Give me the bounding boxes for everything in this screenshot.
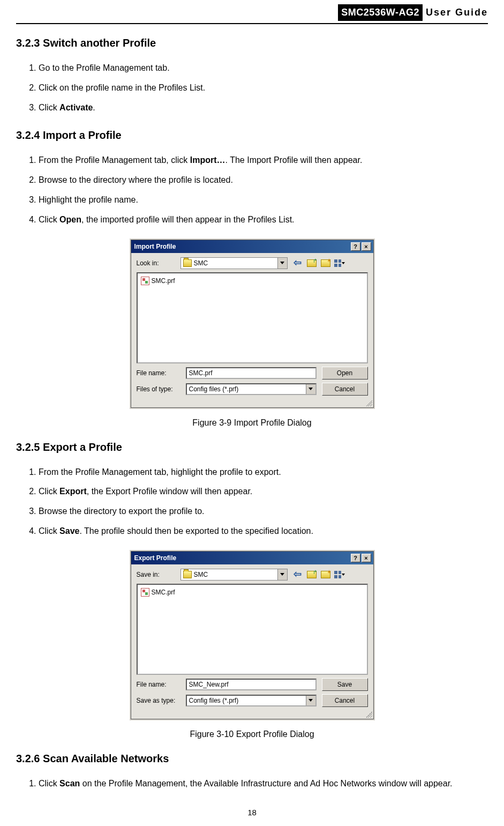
up-one-level-button[interactable] — [306, 569, 318, 581]
heading-3-2-6: 3.2.6 Scan Available Networks — [16, 750, 488, 767]
step-bold: Import… — [190, 155, 225, 165]
resize-grip[interactable] — [131, 400, 373, 407]
look-in-label: Look in: — [137, 258, 176, 268]
chevron-down-icon[interactable] — [277, 569, 287, 580]
close-button[interactable]: × — [362, 554, 371, 562]
files-of-type-select[interactable]: Config files (*.prf) — [186, 383, 317, 395]
steps-3-2-6: Click Scan on the Profile Management, th… — [39, 774, 488, 794]
help-button[interactable]: ? — [351, 242, 360, 251]
file-item-label: SMC.prf — [152, 587, 175, 597]
step-item: Browse the directory to export the profi… — [39, 502, 488, 522]
step-item: Browse to the directory where the profil… — [39, 170, 488, 190]
steps-3-2-5: From the Profile Management tab, highlig… — [39, 463, 488, 541]
step-bold: Export — [59, 487, 87, 496]
new-folder-icon — [321, 571, 330, 578]
new-folder-icon — [321, 259, 330, 267]
help-button[interactable]: ? — [351, 554, 360, 562]
figure-3-10: Export Profile ? × Save in: SMC ⇦ — [16, 551, 488, 721]
dialog-titlebar[interactable]: Import Profile ? × — [131, 240, 373, 253]
step-text: on the Profile Management, the Available… — [80, 779, 452, 788]
save-as-type-select[interactable]: Config files (*.prf) — [186, 695, 317, 706]
step-bold: Activate — [59, 103, 93, 112]
resize-grip[interactable] — [131, 711, 373, 719]
cancel-button[interactable]: Cancel — [322, 383, 368, 396]
save-in-select[interactable]: SMC — [180, 569, 288, 581]
dialog-titlebar[interactable]: Export Profile ? × — [131, 552, 373, 564]
file-item[interactable]: SMC.prf — [140, 587, 365, 598]
export-profile-dialog: Export Profile ? × Save in: SMC ⇦ — [131, 551, 374, 719]
folder-icon — [183, 259, 192, 267]
step-item: Highlight the profile name. — [39, 190, 488, 210]
back-button[interactable]: ⇦ — [292, 569, 304, 581]
profile-file-icon — [141, 588, 149, 597]
dialog-title-text: Import Profile — [134, 242, 176, 251]
file-item-label: SMC.prf — [152, 276, 175, 286]
step-text: Click — [39, 526, 59, 535]
chevron-down-icon[interactable] — [306, 384, 315, 394]
view-menu-button[interactable] — [334, 257, 345, 269]
save-button[interactable]: Save — [322, 678, 368, 691]
new-folder-button[interactable] — [320, 257, 332, 269]
step-text: , the imported profile will then appear … — [81, 215, 295, 224]
cancel-button[interactable]: Cancel — [322, 694, 368, 707]
product-model: SMC2536W-AG2 — [338, 4, 423, 21]
close-button[interactable]: × — [362, 242, 371, 251]
page-header: SMC2536W-AG2 User Guide — [16, 0, 488, 21]
files-of-type-label: Files of type: — [137, 384, 180, 394]
step-item: Click on the profile name in the Profile… — [39, 78, 488, 98]
files-of-type-value: Config files (*.prf) — [189, 384, 239, 394]
heading-3-2-3: 3.2.3 Switch another Profile — [16, 35, 488, 51]
step-bold: Scan — [59, 779, 80, 788]
step-item: Click Export, the Export Profile window … — [39, 482, 488, 502]
step-bold: Save — [59, 526, 79, 535]
step-item: From the Profile Management tab, click I… — [39, 151, 488, 170]
file-list[interactable]: SMC.prf — [137, 272, 368, 363]
chevron-down-icon[interactable] — [277, 258, 287, 269]
step-text: Click — [39, 215, 59, 224]
back-arrow-icon: ⇦ — [294, 256, 302, 270]
figure-3-9: Import Profile ? × Look in: SMC ⇦ — [16, 240, 488, 410]
view-grid-icon — [334, 571, 341, 578]
chevron-down-icon — [342, 262, 345, 264]
import-profile-dialog: Import Profile ? × Look in: SMC ⇦ — [131, 240, 374, 408]
new-folder-button[interactable] — [320, 569, 332, 581]
step-item: Go to the Profile Management tab. — [39, 58, 488, 78]
file-name-value: SMC_New.prf — [189, 680, 229, 689]
steps-3-2-3: Go to the Profile Management tab. Click … — [39, 58, 488, 117]
profile-file-icon — [141, 277, 149, 285]
up-one-level-button[interactable] — [306, 257, 318, 269]
figure-3-10-caption: Figure 3-10 Export Profile Dialog — [16, 728, 488, 741]
heading-3-2-4: 3.2.4 Import a Profile — [16, 127, 488, 143]
heading-3-2-5: 3.2.5 Export a Profile — [16, 439, 488, 455]
step-bold: Open — [59, 215, 81, 224]
file-name-label: File name: — [137, 680, 180, 689]
chevron-down-icon[interactable] — [306, 696, 315, 705]
page-number: 18 — [16, 807, 488, 819]
file-name-label: File name: — [137, 368, 180, 378]
step-item: Click Scan on the Profile Management, th… — [39, 774, 488, 794]
save-in-label: Save in: — [137, 570, 176, 579]
folder-up-icon — [307, 259, 317, 267]
file-name-value: SMC.prf — [189, 368, 213, 378]
back-arrow-icon: ⇦ — [294, 567, 302, 582]
step-text: . — [93, 103, 95, 112]
save-in-value: SMC — [194, 570, 208, 579]
file-name-input[interactable]: SMC_New.prf — [186, 679, 317, 690]
file-list[interactable]: SMC.prf — [137, 584, 368, 675]
step-item: Click Activate. — [39, 98, 488, 118]
step-text: . The Import Profile will then appear. — [225, 155, 363, 165]
view-grid-icon — [334, 259, 341, 267]
file-item[interactable]: SMC.prf — [140, 276, 365, 286]
view-menu-button[interactable] — [334, 569, 345, 581]
figure-3-9-caption: Figure 3-9 Import Profile Dialog — [16, 416, 488, 429]
open-button[interactable]: Open — [322, 367, 368, 379]
file-name-input[interactable]: SMC.prf — [186, 367, 317, 379]
step-text: , the Export Profile window will then ap… — [87, 487, 253, 496]
resize-grip-icon — [366, 711, 372, 718]
step-item: From the Profile Management tab, highlig… — [39, 463, 488, 482]
back-button[interactable]: ⇦ — [292, 257, 304, 269]
step-text: . The profile should then be exported to… — [79, 526, 313, 535]
save-as-type-value: Config files (*.prf) — [189, 696, 239, 705]
folder-up-icon — [307, 571, 317, 578]
look-in-select[interactable]: SMC — [180, 257, 288, 269]
